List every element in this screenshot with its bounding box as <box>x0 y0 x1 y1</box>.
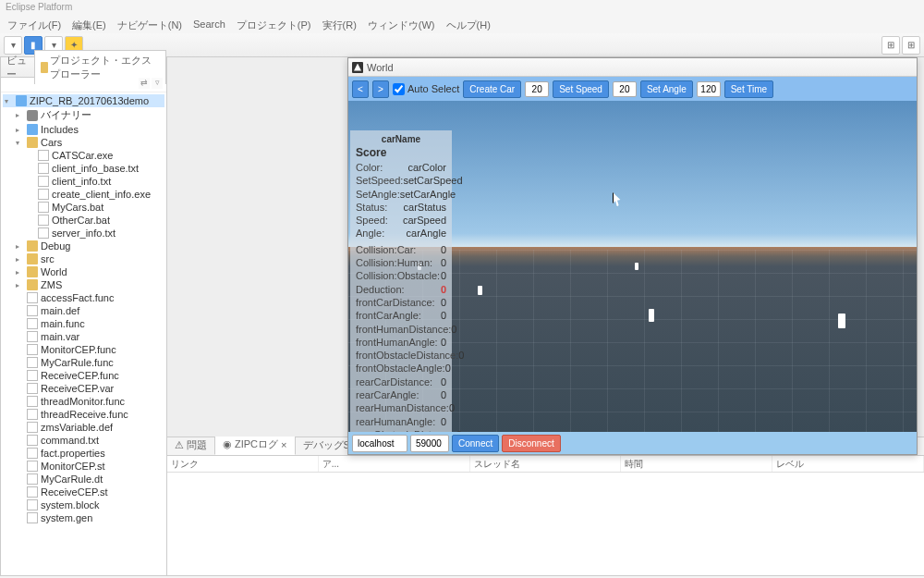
tree-node[interactable]: main.func <box>3 317 164 330</box>
tree-node-label: Cars <box>41 137 62 148</box>
connect-button[interactable]: Connect <box>452 435 499 452</box>
menu-run[interactable]: 実行(R) <box>322 18 357 31</box>
chevron-icon[interactable]: ▸ <box>16 242 24 251</box>
hud-key: Status: <box>356 201 387 214</box>
menu-file[interactable]: ファイル(F) <box>7 18 61 31</box>
tree-node[interactable]: CATSCar.exe <box>3 149 164 162</box>
tree-node[interactable]: accessFact.func <box>3 291 164 304</box>
chevron-icon[interactable]: ▸ <box>16 281 24 289</box>
hud-key: rearHumanAngle: <box>356 415 435 428</box>
file-icon <box>27 357 38 368</box>
world-titlebar[interactable]: World <box>348 58 917 77</box>
col-thread[interactable]: スレッド名 <box>470 456 622 472</box>
tree-node[interactable]: threadReceive.func <box>3 408 164 421</box>
tree-node[interactable]: system.block <box>3 498 164 511</box>
hud-row: frontObstacleAngle:0 <box>356 362 446 375</box>
tree-node[interactable]: MyCarRule.dt <box>3 473 164 486</box>
toolbar-perspective-2[interactable]: ⊞ <box>902 36 920 55</box>
create-car-button[interactable]: Create Car <box>463 80 521 98</box>
col-a[interactable]: ア... <box>319 456 470 472</box>
tree-node[interactable]: OtherCar.bat <box>3 214 164 227</box>
tree-node[interactable]: MonitorCEP.st <box>3 460 164 473</box>
tab-problems[interactable]: ⚠ 問題 <box>167 436 214 455</box>
menu-edit[interactable]: 編集(E) <box>72 18 106 31</box>
tree-node[interactable]: ▾Cars <box>3 136 164 149</box>
tree-node[interactable]: ReceiveCEP.st <box>3 486 164 498</box>
tree-node[interactable]: fact.properties <box>3 447 164 460</box>
hud-row: rearObstacleDistance:0 <box>356 428 446 432</box>
disconnect-button[interactable]: Disconnect <box>502 435 560 452</box>
tree-node[interactable]: client_info.txt <box>3 175 164 188</box>
prev-car-button[interactable]: < <box>352 80 369 98</box>
tree-node[interactable]: ▸ZMS <box>3 278 164 291</box>
col-link[interactable]: リンク <box>167 456 319 472</box>
set-time-button[interactable]: Set Time <box>724 80 773 98</box>
set-speed-button[interactable]: Set Speed <box>553 80 609 98</box>
close-icon[interactable]: × <box>281 439 286 450</box>
angle-input[interactable] <box>613 81 637 97</box>
chevron-icon[interactable]: ▸ <box>16 126 24 134</box>
port-input[interactable] <box>410 435 449 452</box>
view-menu-icon[interactable]: ▿ <box>152 78 163 89</box>
scene-viewport[interactable]: carName Score Color:carColorSetSpeed:set… <box>348 101 917 432</box>
tree-node[interactable]: command.txt <box>3 434 164 447</box>
file-icon <box>27 318 38 329</box>
chevron-icon[interactable]: ▾ <box>16 139 24 147</box>
link-editor-icon[interactable]: ⇄ <box>139 78 150 89</box>
chevron-icon[interactable]: ▸ <box>16 111 24 119</box>
tree-node[interactable]: ▸Includes <box>3 123 164 136</box>
menu-search[interactable]: Search <box>193 18 225 31</box>
tree-node[interactable]: threadMonitor.func <box>3 395 164 408</box>
tree-node[interactable]: ▸Debug <box>3 240 164 252</box>
tree-node-label: main.func <box>41 318 85 329</box>
tree-node[interactable]: client_info_base.txt <box>3 162 164 175</box>
editor-area: World < > Auto Select Create Car Set Spe… <box>167 57 924 437</box>
tree-node[interactable]: system.gen <box>3 511 164 524</box>
host-input[interactable] <box>352 435 407 452</box>
hud-row: SetAngle:setCarAngle <box>356 188 446 201</box>
tree-node[interactable]: MonitorCEP.func <box>3 343 164 356</box>
tree-node-label: ReceiveCEP.st <box>41 486 108 498</box>
auto-select-input[interactable] <box>393 83 405 95</box>
tree-node[interactable]: main.var <box>3 330 164 343</box>
menu-help[interactable]: ヘルプ(H) <box>446 18 491 31</box>
chevron-icon[interactable]: ▸ <box>16 255 24 264</box>
set-angle-button[interactable]: Set Angle <box>640 80 693 98</box>
project-tree[interactable]: ▾ ZIPC_RB_20170613demo ▸バイナリー▸Includes▾C… <box>1 92 166 575</box>
chevron-down-icon[interactable]: ▾ <box>5 97 13 105</box>
toolbar-perspective-1[interactable]: ⊞ <box>881 36 900 55</box>
file-icon <box>27 331 38 342</box>
tree-node[interactable]: MyCars.bat <box>3 201 164 214</box>
menu-project[interactable]: プロジェクト(P) <box>237 18 311 31</box>
time-input[interactable] <box>697 81 721 97</box>
hud-key: rearHumanDistance: <box>356 401 449 414</box>
menu-window[interactable]: ウィンドウ(W) <box>368 18 435 31</box>
tree-node[interactable]: ReceiveCEP.func <box>3 369 164 382</box>
tree-node[interactable]: create_client_info.exe <box>3 188 164 201</box>
tree-node-label: system.gen <box>41 512 92 523</box>
tree-root[interactable]: ▾ ZIPC_RB_20170613demo <box>3 94 164 107</box>
tree-node[interactable]: ▸バイナリー <box>3 107 164 123</box>
chevron-icon[interactable]: ▸ <box>16 268 24 277</box>
col-time[interactable]: 時間 <box>621 456 772 472</box>
file-icon <box>27 461 38 472</box>
next-car-button[interactable]: > <box>372 80 389 98</box>
auto-select-checkbox[interactable]: Auto Select <box>393 83 459 95</box>
tab-zipc-log[interactable]: ◉ ZIPCログ × <box>214 434 296 455</box>
tree-node[interactable]: main.def <box>3 304 164 317</box>
tree-node[interactable]: ReceiveCEP.var <box>3 382 164 395</box>
tab-zipc-log-label: ZIPCログ <box>235 437 278 451</box>
menu-navigate[interactable]: ナビゲート(N) <box>117 18 182 31</box>
tree-node[interactable]: ▸World <box>3 265 164 278</box>
hud-value: 0 <box>451 323 456 336</box>
log-body[interactable] <box>167 473 924 575</box>
tree-node[interactable]: ▸src <box>3 252 164 265</box>
tree-node[interactable]: zmsVariable.def <box>3 421 164 434</box>
col-level[interactable]: レベル <box>772 456 924 472</box>
hud-key: SetSpeed: <box>356 174 403 187</box>
speed-input[interactable] <box>525 81 549 97</box>
tree-node[interactable]: server_info.txt <box>3 227 164 240</box>
hud-value: 0 <box>441 309 446 322</box>
hud-key: Color: <box>356 161 383 174</box>
tree-node[interactable]: MyCarRule.func <box>3 356 164 369</box>
